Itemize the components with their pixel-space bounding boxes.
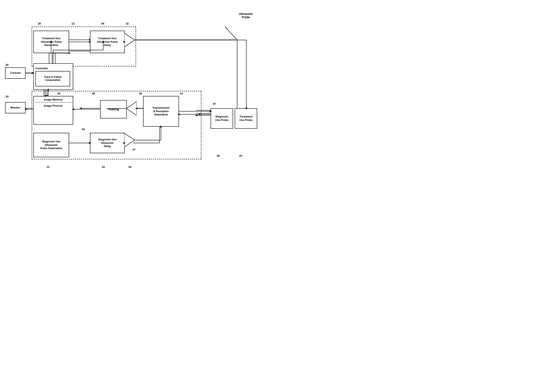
svg-marker-48 (124, 133, 135, 147)
ref-37: 37 (132, 148, 135, 151)
svg-marker-47 (126, 101, 136, 116)
diagnosis-probe-block: DiagnosisUse Probe (211, 108, 233, 129)
ref-10: 10 (213, 102, 215, 105)
tx-rx-sep-block: Transmission& ReceptionSeparation (143, 96, 179, 127)
ultrasonic-probe-label: UltrasonicProbe (235, 12, 257, 19)
console-block: Console (5, 67, 26, 79)
ref-20: 20 (6, 63, 8, 66)
ref-33: 33 (102, 166, 105, 169)
ref-42: 42 (57, 92, 60, 95)
ref-40: 40 (82, 128, 85, 131)
treatment-amplifier (124, 33, 135, 47)
trace-follow-block: Trace & FollowComputation (35, 71, 70, 86)
image-memory-block: Image Memory Image Process (33, 96, 73, 125)
ref-26: 26 (217, 154, 220, 157)
ref-31: 31 (47, 166, 50, 169)
treatment-pulse-delay-block: Treatment UseUltrasonic PulseDelay (90, 31, 125, 53)
ref-30: 30 (101, 22, 104, 25)
diagnosis-delay-block: Diagnosis UseUltrasonicDelay (90, 133, 125, 153)
ref-38: 38 (92, 92, 95, 95)
controller-block: Controller Trace & FollowComputation (33, 63, 73, 90)
treatment-probe-block: TreatmentUse Probe (235, 108, 257, 129)
reception-amplifier (126, 101, 136, 116)
monitor-block: Monitor (5, 102, 26, 113)
ref-32: 32 (126, 22, 129, 25)
svg-marker-46 (124, 33, 135, 47)
ref-36: 36 (139, 92, 142, 95)
diagram: 28 12 30 32 19 22 20 18 42 38 36 14 10 2… (0, 0, 272, 196)
ref-18: 18 (6, 95, 8, 98)
ref-34: 34 (128, 166, 131, 169)
ref-28: 28 (38, 22, 41, 25)
phasing-block: Phasing (100, 100, 127, 118)
svg-line-45 (225, 27, 237, 40)
ref-12: 12 (72, 22, 74, 25)
treatment-pulse-gen-block: Treatment UseUltrasonic PulseGeneration (33, 31, 69, 53)
ref-14: 14 (180, 92, 183, 95)
ref-24: 24 (239, 154, 242, 157)
diagnosis-amplifier (124, 133, 135, 147)
diagnosis-pulse-gen-block: Diagnosis UseUltrasonicPulse Generation (33, 133, 69, 157)
